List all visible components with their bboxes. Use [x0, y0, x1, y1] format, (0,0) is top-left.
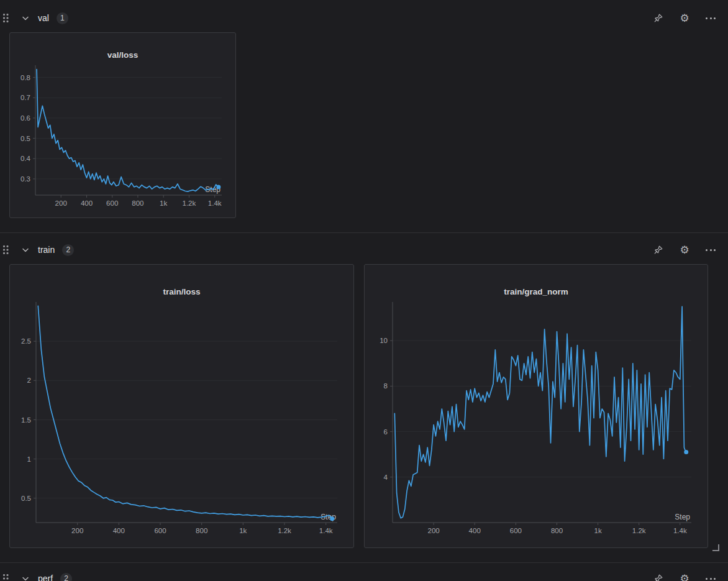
- panel-val-loss[interactable]: val/loss 0.30.40.50.60.70.82004006008001…: [9, 32, 236, 218]
- chart-title-train-grad-norm: train/grad_norm: [365, 265, 708, 298]
- svg-text:0.4: 0.4: [20, 155, 31, 162]
- svg-text:1k: 1k: [239, 527, 247, 534]
- chevron-down-icon[interactable]: [22, 576, 29, 581]
- svg-text:1.2k: 1.2k: [278, 527, 291, 534]
- chevron-down-icon[interactable]: [22, 16, 29, 21]
- svg-text:0.7: 0.7: [20, 94, 30, 101]
- svg-text:1.2k: 1.2k: [632, 527, 646, 534]
- svg-text:200: 200: [55, 199, 67, 207]
- panel-train-loss[interactable]: train/loss 0.511.522.52004006008001k1.2k…: [9, 264, 354, 548]
- svg-text:10: 10: [380, 337, 388, 344]
- svg-text:1.4k: 1.4k: [319, 527, 333, 534]
- svg-text:1.4k: 1.4k: [673, 527, 687, 534]
- svg-text:400: 400: [113, 527, 125, 534]
- section-header-val: val 1 ⚙: [0, 9, 728, 27]
- svg-text:2.5: 2.5: [21, 337, 31, 345]
- section-divider: [0, 232, 728, 233]
- gear-icon[interactable]: ⚙: [679, 12, 690, 24]
- svg-text:2: 2: [27, 377, 31, 384]
- drag-handle-icon[interactable]: [3, 14, 9, 22]
- svg-text:800: 800: [196, 527, 207, 534]
- svg-text:1k: 1k: [594, 527, 602, 534]
- section-divider: [0, 562, 728, 563]
- svg-text:Step: Step: [675, 513, 690, 521]
- section-header-left: perf 2: [3, 573, 72, 581]
- svg-text:1: 1: [27, 455, 31, 463]
- chart-title-train-loss: train/loss: [10, 265, 353, 298]
- chart-train-grad-norm: 468102004006008001k1.2k1.4kStep: [365, 298, 708, 547]
- section-title-perf: perf: [38, 574, 53, 581]
- svg-text:8: 8: [384, 382, 388, 390]
- section-count-badge: 1: [57, 12, 68, 24]
- pin-icon[interactable]: [653, 573, 664, 581]
- svg-text:600: 600: [154, 527, 166, 534]
- svg-text:400: 400: [469, 527, 481, 534]
- section-header-actions: ⚙: [653, 244, 716, 255]
- section-header-left: val 1: [3, 12, 68, 24]
- svg-text:0.8: 0.8: [20, 74, 30, 81]
- svg-text:200: 200: [71, 527, 83, 534]
- panel-train-grad-norm[interactable]: train/grad_norm 468102004006008001k1.2k1…: [364, 264, 708, 548]
- chart-val-loss: 0.30.40.50.60.70.82004006008001k1.2k1.4k…: [10, 62, 235, 217]
- svg-text:1k: 1k: [160, 199, 167, 207]
- svg-text:4: 4: [384, 473, 388, 481]
- drag-handle-icon[interactable]: [3, 245, 9, 254]
- svg-text:600: 600: [510, 527, 522, 534]
- svg-text:0.5: 0.5: [20, 135, 30, 142]
- svg-text:1.2k: 1.2k: [183, 199, 196, 207]
- ellipsis-icon[interactable]: [705, 573, 716, 581]
- section-count-badge: 2: [60, 573, 72, 581]
- svg-text:0.3: 0.3: [20, 175, 30, 183]
- svg-text:1.4k: 1.4k: [208, 199, 222, 207]
- chart-train-loss: 0.511.522.52004006008001k1.2k1.4kStep: [10, 298, 353, 547]
- svg-text:800: 800: [132, 199, 143, 207]
- pin-icon[interactable]: [653, 244, 664, 255]
- workspace: val 1 ⚙ val/loss 0.30.40.50.60.70.820040…: [0, 0, 728, 581]
- pin-icon[interactable]: [653, 12, 664, 24]
- chart-title-val-loss: val/loss: [10, 33, 235, 62]
- gear-icon[interactable]: ⚙: [679, 573, 690, 581]
- svg-text:400: 400: [81, 199, 93, 207]
- svg-text:1.5: 1.5: [21, 416, 31, 424]
- gear-icon[interactable]: ⚙: [679, 244, 690, 255]
- section-count-badge: 2: [62, 244, 74, 256]
- svg-text:6: 6: [384, 428, 388, 436]
- ellipsis-icon[interactable]: [705, 12, 716, 24]
- svg-text:800: 800: [551, 527, 563, 534]
- svg-text:0.5: 0.5: [21, 495, 31, 502]
- chevron-down-icon[interactable]: [22, 247, 29, 253]
- section-header-left: train 2: [3, 244, 74, 256]
- section-header-train: train 2 ⚙: [0, 240, 728, 259]
- section-title-val: val: [38, 13, 49, 23]
- section-title-train: train: [38, 245, 55, 255]
- section-header-actions: ⚙: [653, 12, 716, 24]
- section-header-perf: perf 2 ⚙: [0, 569, 728, 581]
- section-header-actions: ⚙: [653, 573, 716, 581]
- svg-text:0.6: 0.6: [20, 114, 30, 122]
- ellipsis-icon[interactable]: [705, 244, 716, 255]
- drag-handle-icon[interactable]: [3, 574, 9, 581]
- section-resize-handle[interactable]: [712, 544, 719, 551]
- svg-text:200: 200: [428, 527, 440, 534]
- svg-text:600: 600: [106, 199, 118, 207]
